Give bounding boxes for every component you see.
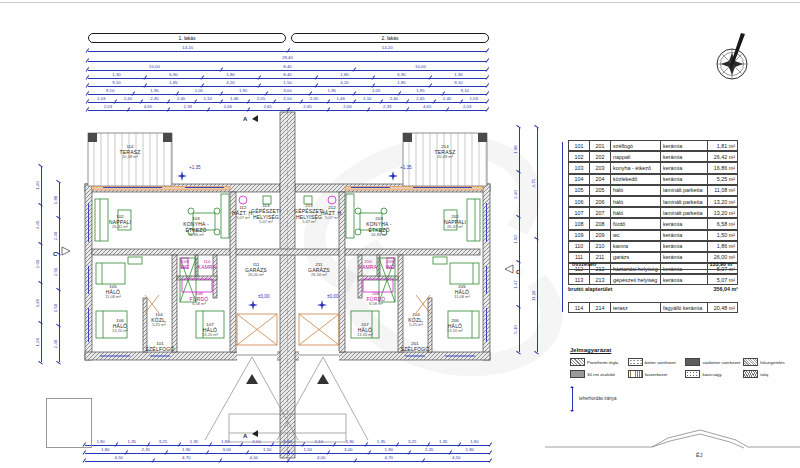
- svg-text:A: A: [243, 116, 248, 122]
- level-label: +1,35: [189, 165, 201, 170]
- svg-text:A: A: [243, 433, 248, 439]
- schedule-row: 102202nappalikerámia26,42 m²: [568, 151, 738, 162]
- schedule-row: 113213gépészeti helyiségkerámia5,07 m²: [568, 274, 738, 285]
- total-value: 133,90 m²: [709, 261, 734, 267]
- legend-item: Porotherm tégla: [570, 358, 625, 366]
- schedule-row: 105205hálólaminált parketta11,08 m²: [568, 185, 738, 196]
- legend: Jelmagyarázat Porotherm tégla beton szer…: [570, 347, 798, 378]
- terrace-column: [88, 133, 97, 142]
- svg-text:C: C: [516, 269, 521, 275]
- legend-item: kavicságy: [685, 370, 740, 378]
- legend-item: talaj: [743, 370, 798, 378]
- level-label: ±0,00: [258, 294, 269, 299]
- table-leader-line: [562, 142, 563, 312]
- legend-item: 30 cm zsalukő: [570, 370, 625, 378]
- apartment-1-capsule: 1. lakás: [88, 33, 286, 43]
- slope-arrow: [246, 374, 258, 384]
- terrace-schedule-table: 114214teraszfagyálló kerámia20,48 m²: [568, 302, 738, 313]
- schedule-row: 107207hálólaminált parketta13,20 m²: [568, 207, 738, 218]
- level-label: ±0,00: [327, 294, 338, 299]
- terrace-column: [403, 133, 412, 142]
- schedule-row: 101201szélfogókerámia1,81 m²: [568, 140, 738, 151]
- compass-rose-icon: [700, 28, 764, 92]
- gross-value: 356,04 m²: [713, 286, 738, 292]
- legend-item: beton szerkezet: [628, 358, 683, 366]
- soil-swatch: [743, 370, 758, 378]
- apartment-2-capsule: 2. lakás: [291, 33, 489, 43]
- schedule-row: 104204közlekedőkerámia5,25 m²: [568, 174, 738, 185]
- legend-title: Jelmagyarázat: [570, 347, 798, 353]
- svg-text:C: C: [53, 251, 58, 257]
- reinforced-concrete-swatch: [685, 358, 700, 366]
- total-label: összesen: [572, 261, 596, 267]
- garage-door-opening: [237, 351, 277, 361]
- terrace-column: [163, 133, 172, 142]
- apartment-1-label: 1. lakás: [178, 35, 195, 41]
- brick-hatch-swatch: [570, 358, 585, 366]
- terrace-column: [478, 133, 487, 142]
- floor-plan-sheet: A A C C 1. lakás 2. lakás 14,2014,20 28,…: [0, 0, 800, 468]
- gross-area-row: bruttó alapterület 356,04 m²: [568, 286, 738, 292]
- level-label: +1,35: [400, 165, 412, 170]
- gravel-swatch: [685, 370, 700, 378]
- schedule-row: 108208fürdőkerámia6,58 m²: [568, 218, 738, 229]
- slope-arrow: [317, 374, 329, 384]
- garage-door-opening: [299, 351, 339, 361]
- title-block-edge: [545, 430, 800, 448]
- gross-label: bruttó alapterület: [568, 286, 612, 292]
- load-direction-arrow: [572, 388, 573, 410]
- shuttering-block-swatch: [570, 370, 585, 378]
- schedule-row: 114214teraszfagyálló kerámia20,48 m²: [568, 302, 738, 313]
- concrete-swatch: [628, 358, 643, 366]
- legend-item: faszerkezet: [628, 370, 683, 378]
- schedule-row: 103203konyha - étkezőkerámia16,86 m²: [568, 162, 738, 173]
- insulation-swatch: [743, 358, 758, 366]
- apartment-2-label: 2. lakás: [381, 35, 398, 41]
- schedule-row: 110210kamrakerámia1,86 m²: [568, 241, 738, 252]
- schedule-row: 109209wckerámia1,50 m²: [568, 230, 738, 241]
- stamp-label: ÉJ: [696, 452, 702, 458]
- timber-swatch: [628, 370, 643, 378]
- load-direction-note: teherhordás iránya: [579, 396, 617, 401]
- legend-item: vasbeton szerkezet: [685, 358, 740, 366]
- legend-item: hőszigetelés: [743, 358, 798, 366]
- schedule-total-row: összesen 133,90 m²: [568, 260, 738, 270]
- schedule-row: 106206hálólaminált parketta13,20 m²: [568, 196, 738, 207]
- setout-rectangle: [46, 398, 92, 448]
